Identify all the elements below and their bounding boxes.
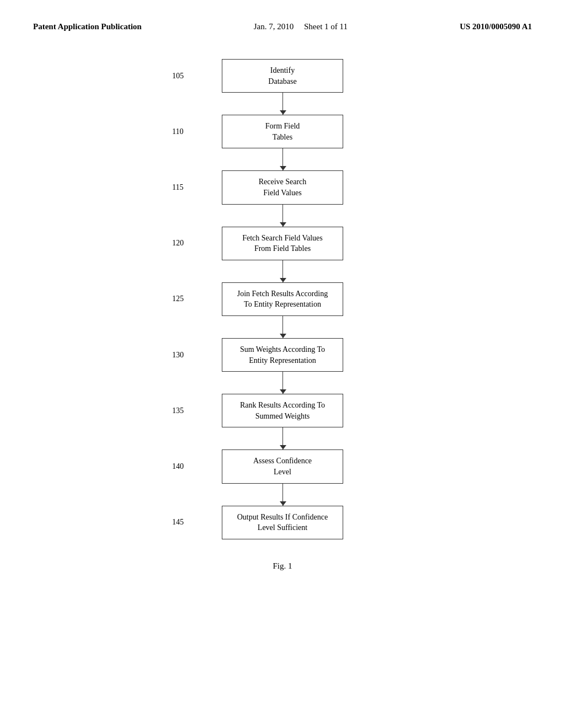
label-140: 140 bbox=[172, 462, 184, 471]
label-130: 130 bbox=[172, 351, 184, 360]
header-date: Jan. 7, 2010 bbox=[254, 22, 294, 31]
arrow-8 bbox=[282, 484, 283, 506]
label-105: 105 bbox=[172, 72, 184, 81]
step-130: 130 Sum Weights According ToEntity Repre… bbox=[222, 338, 343, 372]
label-135: 135 bbox=[172, 406, 184, 415]
page-header: Patent Application Publication Jan. 7, 2… bbox=[0, 0, 565, 42]
arrow-4 bbox=[282, 260, 283, 282]
arrow-7 bbox=[282, 427, 283, 449]
arrow-1 bbox=[282, 93, 283, 115]
header-sheet: Sheet 1 of 11 bbox=[304, 22, 348, 31]
box-sum-weights: Sum Weights According ToEntity Represent… bbox=[222, 338, 343, 372]
step-135: 135 Rank Results According ToSummed Weig… bbox=[222, 394, 343, 427]
step-115: 115 Receive SearchField Values bbox=[222, 170, 343, 204]
box-output-results: Output Results If ConfidenceLevel Suffic… bbox=[222, 506, 343, 539]
step-110: 110 Form FieldTables bbox=[222, 115, 343, 148]
figure-label: Fig. 1 bbox=[273, 561, 292, 571]
step-125: 125 Join Fetch Results AccordingTo Entit… bbox=[222, 282, 343, 316]
box-join-fetch-results: Join Fetch Results AccordingTo Entity Re… bbox=[222, 282, 343, 316]
header-publication-type: Patent Application Publication bbox=[33, 22, 142, 31]
step-140: 140 Assess ConfidenceLevel bbox=[222, 449, 343, 483]
label-110: 110 bbox=[172, 127, 183, 136]
box-form-field-tables: Form FieldTables bbox=[222, 115, 343, 148]
arrow-3 bbox=[282, 205, 283, 227]
flow-wrapper: 105 IdentifyDatabase 110 Form FieldTable… bbox=[222, 59, 343, 539]
header-patent-number: US 2010/0005090 A1 bbox=[460, 22, 532, 31]
label-145: 145 bbox=[172, 518, 184, 527]
box-identify-database: IdentifyDatabase bbox=[222, 59, 343, 93]
box-assess-confidence: Assess ConfidenceLevel bbox=[222, 449, 343, 483]
label-120: 120 bbox=[172, 239, 184, 248]
header-date-sheet: Jan. 7, 2010 Sheet 1 of 11 bbox=[254, 22, 348, 31]
box-receive-search-field-values: Receive SearchField Values bbox=[222, 170, 343, 204]
step-145: 145 Output Results If ConfidenceLevel Su… bbox=[222, 506, 343, 539]
step-105: 105 IdentifyDatabase bbox=[222, 59, 343, 93]
label-115: 115 bbox=[172, 183, 183, 192]
arrow-2 bbox=[282, 148, 283, 170]
box-rank-results: Rank Results According ToSummed Weights bbox=[222, 394, 343, 427]
box-fetch-search-field-values: Fetch Search Field ValuesFrom Field Tabl… bbox=[222, 227, 343, 260]
step-120: 120 Fetch Search Field ValuesFrom Field … bbox=[222, 227, 343, 260]
label-125: 125 bbox=[172, 295, 184, 303]
arrow-5 bbox=[282, 316, 283, 338]
arrow-6 bbox=[282, 372, 283, 394]
flowchart-diagram: 105 IdentifyDatabase 110 Form FieldTable… bbox=[0, 42, 565, 571]
